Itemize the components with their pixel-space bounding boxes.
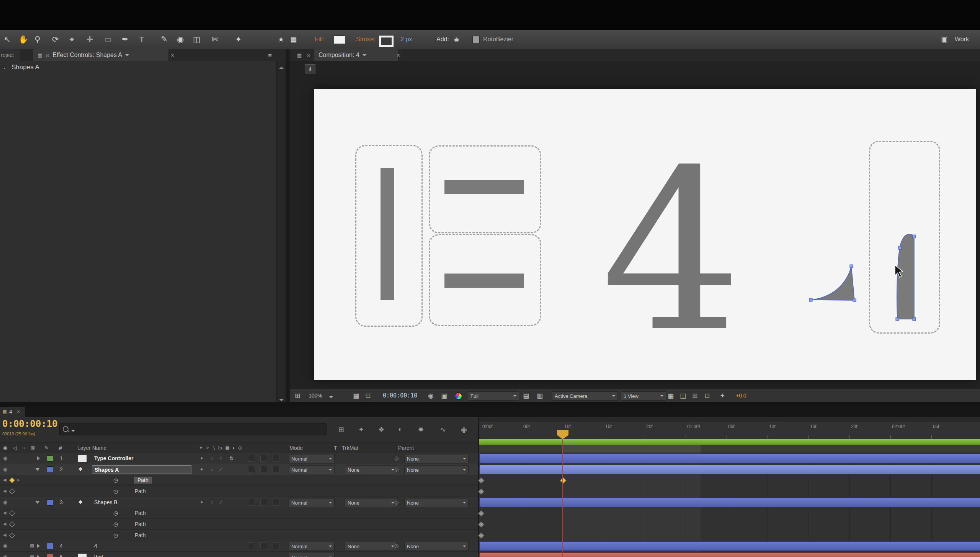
keyframe-toggle[interactable] [9,489,15,495]
chevron-down-icon[interactable] [329,396,333,400]
panel-grabber-icon[interactable]: ▦ [38,52,42,58]
stroke-color-swatch[interactable] [379,36,394,47]
work-area-bar[interactable] [479,445,980,453]
chevron-down-icon[interactable] [125,54,129,58]
mode-column-header[interactable]: Mode [289,443,303,453]
selection-tool-icon[interactable]: ↖ [4,30,11,49]
quality-switch-icon[interactable]: ○ [211,464,213,474]
scrollbar[interactable] [276,61,286,407]
eraser-tool-icon[interactable]: ◫ [193,30,201,49]
parent-dropdown[interactable]: None [404,498,469,507]
prev-keyframe-icon[interactable]: ◀ [3,486,6,496]
pickwhip-icon[interactable]: ◎ [394,541,399,551]
comp-timecode[interactable]: 0:00:00:10 [383,389,417,402]
layer-row[interactable]: ◉ ⊠ 5 [bg] Normal [0,552,478,557]
comp-nav-button[interactable]: 4 [305,64,315,74]
pan-behind-tool-icon[interactable]: ✛ [87,30,93,49]
work-area-segment[interactable] [563,445,701,453]
prev-keyframe-icon[interactable]: ◀ [3,530,6,540]
eye-icon[interactable]: ◉ [3,541,7,551]
prev-keyframe-icon[interactable]: ◀ [3,475,6,485]
twirl-icon[interactable] [35,501,40,506]
panel-grabber-icon[interactable]: ▦ [297,52,302,58]
vertex-handle[interactable] [913,235,916,238]
lock-icon[interactable]: ⊠ [30,552,34,557]
layer-name-edit[interactable]: Shapes A [92,465,191,474]
layer-row[interactable]: ◉ ⊠ 4 4 Normal None ◎ None [0,541,478,552]
stopwatch-icon[interactable]: ◷ [113,475,118,485]
numeral-4-artwork[interactable]: 4 [601,141,742,363]
collapse-switch-icon[interactable]: ✦ [200,464,204,474]
label-chip[interactable] [47,466,53,473]
tab-effect-controls[interactable]: ▦ ⊙ Effect Controls: Shapes A [33,49,168,61]
layer-bar[interactable] [479,541,980,551]
stopwatch-icon[interactable]: ◷ [113,530,118,540]
brainstorm-icon[interactable]: ◉ [461,425,467,434]
layer-row[interactable]: ◉ 3 ✱ Shapes B ✦ ○ ∕ Normal None ◎ None [0,497,478,508]
lock-icon[interactable]: ⊠ [30,541,34,551]
grid-icon[interactable]: ▦ [290,30,297,49]
stopwatch-icon[interactable]: ◷ [113,508,118,518]
mode-dropdown[interactable]: Normal [289,498,335,507]
grid-guides-icon[interactable]: ▦ [353,389,359,402]
shape-vertical-bar[interactable] [381,168,394,300]
shape-tool-icon[interactable]: ▭ [104,30,112,49]
trkmat-dropdown[interactable]: None [345,498,397,507]
collapse-switch-icon[interactable]: ✦ [200,497,204,507]
zoom-tool-icon[interactable]: ⚲ [34,30,40,49]
layer-name[interactable]: Type Controller [94,453,133,463]
switch-box[interactable] [248,455,255,462]
prev-keyframe-icon[interactable]: ◀ [3,519,6,529]
vertex-handle[interactable] [898,246,901,249]
current-timecode[interactable]: 0:00:00:10 [2,419,58,429]
mode-dropdown[interactable]: Normal [289,465,335,474]
quality-slash-icon[interactable]: ∕ [220,453,221,463]
quality-switch-icon[interactable]: ○ [211,497,213,507]
show-snapshot-icon[interactable]: ▣ [441,389,447,402]
exposure-icon[interactable]: ✦ [720,389,725,402]
exposure-value[interactable]: +0.0 [736,389,746,402]
keyframe-toggle[interactable] [9,477,15,484]
pen-tool-icon[interactable]: ✒ [122,30,129,49]
parent-dropdown[interactable]: None [404,465,469,474]
mode-dropdown[interactable]: Normal [289,454,335,463]
tab-composition[interactable]: Composition: 4 [314,49,398,61]
label-chip[interactable] [47,554,53,557]
type-tool-icon[interactable]: T [139,30,144,49]
layer-name[interactable]: [bg] [94,552,103,557]
marker-column-icon[interactable]: ✎ [44,443,49,453]
switch-box[interactable] [248,466,255,473]
curved-wedge-shape[interactable] [808,263,862,305]
fx-badge[interactable]: fx [230,453,233,463]
property-name[interactable]: Path [135,508,146,518]
tab-close-icon[interactable]: × [17,409,20,415]
panel-lock-icon[interactable]: ⊙ [306,52,310,58]
switch-box[interactable] [273,542,279,549]
stopwatch-icon[interactable]: ◷ [113,519,118,529]
switch-box[interactable] [273,466,279,473]
switch-box[interactable] [273,499,279,506]
eye-icon[interactable]: ◉ [3,497,7,507]
region-icon[interactable]: ▤ [523,389,529,402]
number-column-header[interactable]: # [59,443,62,453]
label-chip[interactable] [47,455,53,462]
shape-horizontal-bar[interactable] [444,274,524,288]
hide-shy-icon[interactable]: ❖ [378,425,384,434]
shape-path[interactable] [811,266,854,300]
stroke-label[interactable]: Stroke: [356,30,376,49]
search-input[interactable] [59,423,327,435]
mode-dropdown[interactable]: Normal [289,553,335,557]
lock-column-icon[interactable]: ⊠ [31,443,35,453]
next-keyframe-icon[interactable]: ▶ [17,475,20,485]
quality-slash-icon[interactable]: ∕ [220,464,221,474]
collapse-switch-icon[interactable]: ✦ [200,453,204,463]
switch-box[interactable] [260,466,267,473]
pickwhip-icon[interactable]: ◎ [394,497,399,507]
eye-icon[interactable]: ◉ [3,453,7,463]
layer-bar-selected[interactable] [479,465,980,474]
panel-lock-icon[interactable]: ⊙ [45,52,49,58]
layer-name-column-header[interactable]: Layer Name [77,443,106,453]
property-name[interactable]: Path [134,477,152,484]
parent-column-header[interactable]: Parent [398,443,414,453]
layer-row[interactable]: ◉ 1 Type Controller ✦ ○ ∕ fx Normal ◎ No… [0,453,478,464]
